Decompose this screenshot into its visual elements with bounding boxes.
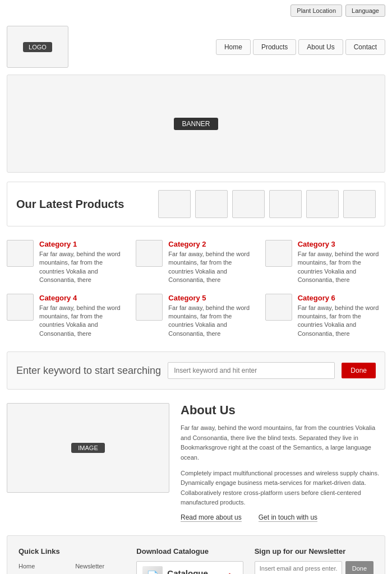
category-title-6[interactable]: Category 6: [298, 294, 385, 302]
product-thumb-5[interactable]: [306, 190, 339, 218]
latest-products-header: Our Latest Products: [16, 190, 376, 218]
category-info-3: Category 3 Far far away, behind the word…: [298, 240, 385, 285]
footer-link-newsletter[interactable]: Newsletter: [75, 561, 125, 572]
category-info-1: Category 1 Far far away, behind the word…: [39, 240, 127, 285]
product-thumb-4[interactable]: [269, 190, 302, 218]
category-desc-4: Far far away, behind the word mountains,…: [39, 304, 127, 339]
language-button[interactable]: Language: [345, 4, 385, 17]
category-info-4: Category 4 Far far away, behind the word…: [39, 294, 127, 339]
category-item-3: Category 3 Far far away, behind the word…: [265, 240, 385, 285]
footer-link-home[interactable]: Home: [19, 561, 68, 572]
newsletter-row: Done: [255, 561, 373, 574]
search-button[interactable]: Done: [342, 363, 376, 378]
about-content: About Us Far far away, behind the word m…: [181, 403, 385, 522]
nav-about-us[interactable]: About Us: [298, 39, 343, 55]
category-desc-1: Far far away, behind the word mountains,…: [39, 250, 127, 285]
category-title-2[interactable]: Category 2: [168, 240, 256, 248]
category-desc-2: Far far away, behind the word mountains,…: [168, 250, 256, 285]
product-thumb-2[interactable]: [195, 190, 228, 218]
category-desc-3: Far far away, behind the word mountains,…: [298, 250, 385, 285]
categories-section: Category 1 Far far away, behind the word…: [7, 235, 385, 342]
category-item-1: Category 1 Far far away, behind the word…: [7, 240, 127, 285]
latest-products-title: Our Latest Products: [16, 198, 124, 211]
category-item-4: Category 4 Far far away, behind the word…: [7, 294, 127, 339]
get-in-touch-link[interactable]: Get in touch with us: [259, 513, 317, 522]
product-thumb-1[interactable]: [158, 190, 191, 218]
catalogue-text: Catalogue ENGLISH 4 MB: [167, 568, 223, 574]
category-icon-1: [7, 240, 34, 267]
newsletter-button[interactable]: Done: [345, 561, 373, 574]
product-thumb-3[interactable]: [232, 190, 265, 218]
plant-location-button[interactable]: Plant Location: [290, 4, 342, 17]
category-icon-4: [7, 294, 34, 321]
about-text-1: Far far away, behind the word mountains,…: [181, 423, 385, 462]
category-title-3[interactable]: Category 3: [298, 240, 385, 248]
footer-newsletter: Sign up for our Newsletter Done View pas…: [255, 547, 373, 574]
product-thumbnails: [158, 190, 376, 218]
banner: BANNER: [7, 75, 385, 173]
about-links: Read more about us Get in touch with us: [181, 513, 385, 522]
top-bar: Plant Location Language: [0, 0, 392, 21]
category-desc-5: Far far away, behind the word mountains,…: [168, 304, 256, 339]
logo: LOGO: [7, 26, 68, 68]
nav-contact[interactable]: Contact: [345, 39, 385, 55]
search-label: Enter keyword to start searching: [16, 365, 161, 377]
banner-label: BANNER: [174, 118, 218, 130]
category-item-6: Category 6 Far far away, behind the word…: [265, 294, 385, 339]
category-icon-6: [265, 294, 292, 321]
catalogue-arrow-icon: ►: [227, 570, 237, 574]
category-info-2: Category 2 Far far away, behind the word…: [168, 240, 256, 285]
category-title-4[interactable]: Category 4: [39, 294, 127, 302]
nav-home[interactable]: Home: [216, 39, 251, 55]
latest-products-section: Our Latest Products: [7, 182, 385, 226]
category-icon-2: [136, 240, 163, 267]
about-section: IMAGE About Us Far far away, behind the …: [7, 399, 385, 526]
catalogue-box[interactable]: 📄 Catalogue ENGLISH 4 MB ►: [136, 561, 243, 574]
footer: Quick Links Home Newsletter Products Sit…: [7, 535, 385, 574]
category-title-5[interactable]: Category 5: [168, 294, 256, 302]
newsletter-input[interactable]: [255, 561, 342, 574]
catalogue-name: Catalogue: [167, 568, 223, 574]
product-thumb-6[interactable]: [343, 190, 376, 218]
logo-label: LOGO: [23, 42, 52, 52]
main-nav: Home Products About Us Contact: [216, 39, 385, 55]
category-title-1[interactable]: Category 1: [39, 240, 127, 248]
category-info-5: Category 5 Far far away, behind the word…: [168, 294, 256, 339]
quick-links-title: Quick Links: [19, 547, 125, 556]
search-input[interactable]: [168, 362, 335, 379]
quick-links-list: Home Newsletter Products Sitemap About U…: [19, 561, 125, 574]
about-title: About Us: [181, 403, 385, 418]
about-image: IMAGE: [7, 403, 169, 493]
category-item-2: Category 2 Far far away, behind the word…: [136, 240, 256, 285]
category-icon-5: [136, 294, 163, 321]
catalogue-title: Download Catalogue: [136, 547, 243, 556]
newsletter-title: Sign up for our Newsletter: [255, 547, 373, 556]
category-info-6: Category 6 Far far away, behind the word…: [298, 294, 385, 339]
search-section: Enter keyword to start searching Done: [7, 351, 385, 390]
read-more-link[interactable]: Read more about us: [181, 513, 242, 522]
nav-products[interactable]: Products: [253, 39, 296, 55]
footer-quick-links: Quick Links Home Newsletter Products Sit…: [19, 547, 125, 574]
about-text-2: Completely impact multifunctional proces…: [181, 469, 385, 508]
category-desc-6: Far far away, behind the word mountains,…: [298, 304, 385, 339]
category-icon-3: [265, 240, 292, 267]
footer-top: Quick Links Home Newsletter Products Sit…: [19, 547, 373, 574]
footer-catalogue: Download Catalogue 📄 Catalogue ENGLISH 4…: [136, 547, 243, 574]
about-image-label: IMAGE: [71, 443, 104, 453]
category-item-5: Category 5 Far far away, behind the word…: [136, 294, 256, 339]
header: LOGO Home Products About Us Contact: [0, 21, 392, 75]
catalogue-icon: 📄: [142, 566, 163, 574]
